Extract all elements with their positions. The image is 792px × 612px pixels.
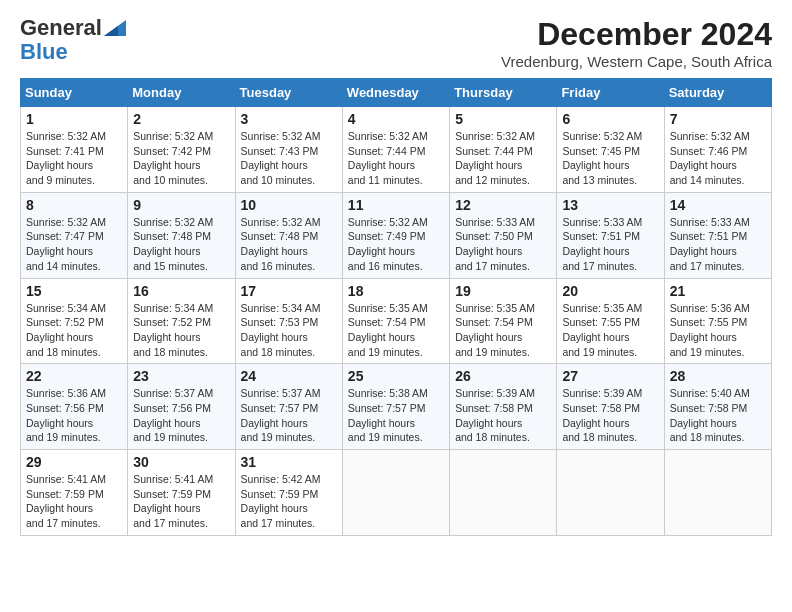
calendar-cell: 22 Sunrise: 5:36 AM Sunset: 7:56 PM Dayl… (21, 364, 128, 450)
calendar-header-sunday: Sunday (21, 79, 128, 107)
calendar-cell: 31 Sunrise: 5:42 AM Sunset: 7:59 PM Dayl… (235, 450, 342, 536)
day-info: Sunrise: 5:39 AM Sunset: 7:58 PM Dayligh… (562, 386, 658, 445)
calendar-header-friday: Friday (557, 79, 664, 107)
calendar-cell: 15 Sunrise: 5:34 AM Sunset: 7:52 PM Dayl… (21, 278, 128, 364)
day-info: Sunrise: 5:41 AM Sunset: 7:59 PM Dayligh… (26, 472, 122, 531)
day-number: 4 (348, 111, 444, 127)
day-info: Sunrise: 5:34 AM Sunset: 7:52 PM Dayligh… (133, 301, 229, 360)
month-title: December 2024 (501, 16, 772, 53)
day-info: Sunrise: 5:34 AM Sunset: 7:53 PM Dayligh… (241, 301, 337, 360)
calendar-cell: 20 Sunrise: 5:35 AM Sunset: 7:55 PM Dayl… (557, 278, 664, 364)
calendar-cell: 18 Sunrise: 5:35 AM Sunset: 7:54 PM Dayl… (342, 278, 449, 364)
day-number: 18 (348, 283, 444, 299)
day-number: 1 (26, 111, 122, 127)
day-info: Sunrise: 5:37 AM Sunset: 7:56 PM Dayligh… (133, 386, 229, 445)
calendar-header-monday: Monday (128, 79, 235, 107)
day-number: 19 (455, 283, 551, 299)
day-number: 14 (670, 197, 766, 213)
calendar-cell: 6 Sunrise: 5:32 AM Sunset: 7:45 PM Dayli… (557, 107, 664, 193)
calendar-cell: 25 Sunrise: 5:38 AM Sunset: 7:57 PM Dayl… (342, 364, 449, 450)
calendar-cell: 14 Sunrise: 5:33 AM Sunset: 7:51 PM Dayl… (664, 192, 771, 278)
logo-general-text: General (20, 16, 102, 40)
day-number: 24 (241, 368, 337, 384)
calendar-cell (557, 450, 664, 536)
day-info: Sunrise: 5:32 AM Sunset: 7:44 PM Dayligh… (455, 129, 551, 188)
day-number: 12 (455, 197, 551, 213)
calendar-cell: 13 Sunrise: 5:33 AM Sunset: 7:51 PM Dayl… (557, 192, 664, 278)
calendar-cell: 10 Sunrise: 5:32 AM Sunset: 7:48 PM Dayl… (235, 192, 342, 278)
logo: General Blue (20, 16, 126, 64)
calendar-cell: 17 Sunrise: 5:34 AM Sunset: 7:53 PM Dayl… (235, 278, 342, 364)
day-number: 15 (26, 283, 122, 299)
calendar-cell: 28 Sunrise: 5:40 AM Sunset: 7:58 PM Dayl… (664, 364, 771, 450)
day-info: Sunrise: 5:35 AM Sunset: 7:55 PM Dayligh… (562, 301, 658, 360)
calendar-cell: 12 Sunrise: 5:33 AM Sunset: 7:50 PM Dayl… (450, 192, 557, 278)
day-number: 7 (670, 111, 766, 127)
day-number: 10 (241, 197, 337, 213)
day-info: Sunrise: 5:33 AM Sunset: 7:50 PM Dayligh… (455, 215, 551, 274)
day-number: 20 (562, 283, 658, 299)
day-info: Sunrise: 5:32 AM Sunset: 7:46 PM Dayligh… (670, 129, 766, 188)
calendar-week-3: 15 Sunrise: 5:34 AM Sunset: 7:52 PM Dayl… (21, 278, 772, 364)
day-info: Sunrise: 5:37 AM Sunset: 7:57 PM Dayligh… (241, 386, 337, 445)
calendar-cell: 5 Sunrise: 5:32 AM Sunset: 7:44 PM Dayli… (450, 107, 557, 193)
calendar-cell: 29 Sunrise: 5:41 AM Sunset: 7:59 PM Dayl… (21, 450, 128, 536)
day-number: 9 (133, 197, 229, 213)
day-number: 6 (562, 111, 658, 127)
calendar-cell: 3 Sunrise: 5:32 AM Sunset: 7:43 PM Dayli… (235, 107, 342, 193)
calendar-cell: 24 Sunrise: 5:37 AM Sunset: 7:57 PM Dayl… (235, 364, 342, 450)
day-info: Sunrise: 5:36 AM Sunset: 7:56 PM Dayligh… (26, 386, 122, 445)
day-info: Sunrise: 5:32 AM Sunset: 7:45 PM Dayligh… (562, 129, 658, 188)
calendar-cell: 9 Sunrise: 5:32 AM Sunset: 7:48 PM Dayli… (128, 192, 235, 278)
day-number: 21 (670, 283, 766, 299)
day-info: Sunrise: 5:36 AM Sunset: 7:55 PM Dayligh… (670, 301, 766, 360)
calendar-header-thursday: Thursday (450, 79, 557, 107)
day-info: Sunrise: 5:32 AM Sunset: 7:43 PM Dayligh… (241, 129, 337, 188)
calendar-cell: 30 Sunrise: 5:41 AM Sunset: 7:59 PM Dayl… (128, 450, 235, 536)
day-info: Sunrise: 5:38 AM Sunset: 7:57 PM Dayligh… (348, 386, 444, 445)
calendar-week-2: 8 Sunrise: 5:32 AM Sunset: 7:47 PM Dayli… (21, 192, 772, 278)
day-info: Sunrise: 5:32 AM Sunset: 7:49 PM Dayligh… (348, 215, 444, 274)
day-info: Sunrise: 5:34 AM Sunset: 7:52 PM Dayligh… (26, 301, 122, 360)
day-info: Sunrise: 5:35 AM Sunset: 7:54 PM Dayligh… (348, 301, 444, 360)
day-number: 17 (241, 283, 337, 299)
calendar-cell: 21 Sunrise: 5:36 AM Sunset: 7:55 PM Dayl… (664, 278, 771, 364)
calendar-cell: 23 Sunrise: 5:37 AM Sunset: 7:56 PM Dayl… (128, 364, 235, 450)
day-info: Sunrise: 5:32 AM Sunset: 7:48 PM Dayligh… (241, 215, 337, 274)
day-number: 13 (562, 197, 658, 213)
day-info: Sunrise: 5:41 AM Sunset: 7:59 PM Dayligh… (133, 472, 229, 531)
calendar-cell (664, 450, 771, 536)
calendar-cell: 4 Sunrise: 5:32 AM Sunset: 7:44 PM Dayli… (342, 107, 449, 193)
calendar-header-tuesday: Tuesday (235, 79, 342, 107)
page-header: General Blue December 2024 Vredenburg, W… (20, 16, 772, 70)
day-number: 28 (670, 368, 766, 384)
day-info: Sunrise: 5:32 AM Sunset: 7:42 PM Dayligh… (133, 129, 229, 188)
day-info: Sunrise: 5:42 AM Sunset: 7:59 PM Dayligh… (241, 472, 337, 531)
calendar-header-wednesday: Wednesday (342, 79, 449, 107)
day-info: Sunrise: 5:33 AM Sunset: 7:51 PM Dayligh… (670, 215, 766, 274)
calendar-cell: 11 Sunrise: 5:32 AM Sunset: 7:49 PM Dayl… (342, 192, 449, 278)
logo-icon (104, 20, 126, 36)
day-number: 31 (241, 454, 337, 470)
day-number: 5 (455, 111, 551, 127)
day-info: Sunrise: 5:32 AM Sunset: 7:47 PM Dayligh… (26, 215, 122, 274)
calendar-cell (450, 450, 557, 536)
calendar-cell (342, 450, 449, 536)
calendar-header-row: SundayMondayTuesdayWednesdayThursdayFrid… (21, 79, 772, 107)
title-block: December 2024 Vredenburg, Western Cape, … (501, 16, 772, 70)
day-number: 11 (348, 197, 444, 213)
day-info: Sunrise: 5:32 AM Sunset: 7:44 PM Dayligh… (348, 129, 444, 188)
day-number: 2 (133, 111, 229, 127)
logo-blue-text: Blue (20, 40, 68, 64)
calendar-cell: 19 Sunrise: 5:35 AM Sunset: 7:54 PM Dayl… (450, 278, 557, 364)
day-number: 25 (348, 368, 444, 384)
day-info: Sunrise: 5:32 AM Sunset: 7:48 PM Dayligh… (133, 215, 229, 274)
day-number: 23 (133, 368, 229, 384)
day-info: Sunrise: 5:39 AM Sunset: 7:58 PM Dayligh… (455, 386, 551, 445)
calendar-header-saturday: Saturday (664, 79, 771, 107)
day-info: Sunrise: 5:40 AM Sunset: 7:58 PM Dayligh… (670, 386, 766, 445)
location-title: Vredenburg, Western Cape, South Africa (501, 53, 772, 70)
calendar-cell: 26 Sunrise: 5:39 AM Sunset: 7:58 PM Dayl… (450, 364, 557, 450)
day-number: 16 (133, 283, 229, 299)
calendar-cell: 2 Sunrise: 5:32 AM Sunset: 7:42 PM Dayli… (128, 107, 235, 193)
